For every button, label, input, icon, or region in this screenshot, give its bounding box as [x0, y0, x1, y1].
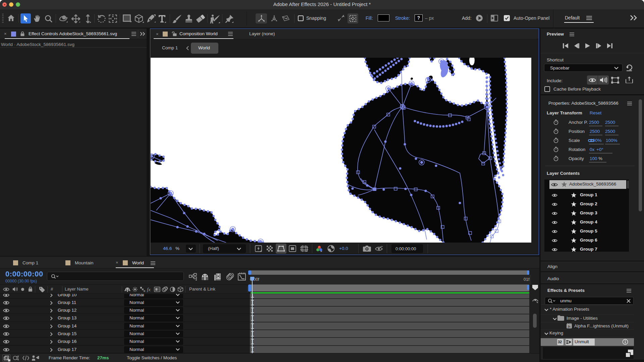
svg-text:fx: fx — [568, 325, 571, 328]
svg-text:fx: fx — [147, 287, 151, 292]
